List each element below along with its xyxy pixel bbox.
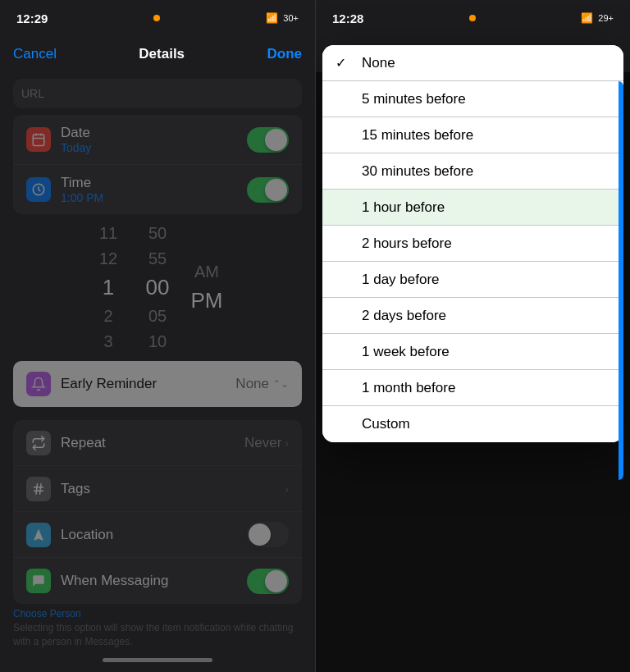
left-date-time-section: Date Today Time 1:00 PM xyxy=(0,115,315,214)
dropdown-label-1hour: 1 hour before xyxy=(362,199,610,216)
dropdown-item-2days[interactable]: ✓ 2 days before xyxy=(322,298,623,334)
left-phone-screen: 12:29 📶 30+ Cancel Details Done URL Date… xyxy=(0,0,315,672)
svg-line-8 xyxy=(40,483,42,495)
left-location-label: Location xyxy=(61,527,247,543)
dropdown-label-1week: 1 week before xyxy=(362,344,610,360)
left-date-icon xyxy=(26,127,51,152)
left-date-content: Date Today xyxy=(61,125,247,154)
dropdown-item-1hour[interactable]: ✓ 1 hour before xyxy=(322,190,623,226)
dropdown-item-15min[interactable]: ✓ 15 minutes before xyxy=(322,117,623,153)
left-tags-label: Tags xyxy=(61,481,285,497)
left-tags-content: Tags xyxy=(61,481,285,497)
min-00: 00 xyxy=(146,272,170,304)
left-messaging-icon xyxy=(26,569,51,593)
left-date-value: Today xyxy=(61,141,247,154)
left-choose-person[interactable]: Choose Person xyxy=(13,608,81,619)
right-phone-screen: 12:28 📶 29+ Cancel URL Date Today xyxy=(315,0,630,672)
wifi-icon: 📶 xyxy=(266,12,278,24)
dropdown-label-1month: 1 month before xyxy=(362,380,610,396)
right-status-dot xyxy=(469,15,476,21)
svg-rect-0 xyxy=(33,135,44,146)
period-am: AM xyxy=(194,259,219,285)
left-time-icon xyxy=(26,177,51,202)
dropdown-item-none[interactable]: ✓ None xyxy=(322,45,623,81)
left-bottom-description: Selecting this option will show the item… xyxy=(13,622,294,647)
right-dropdown-menu: ✓ None ✓ 5 minutes before ✓ 15 minutes b… xyxy=(322,45,623,442)
left-picker-minutes: 50 55 00 05 10 xyxy=(133,221,182,354)
left-reminder-value: None ⌃⌄ xyxy=(235,376,289,392)
hour-3: 3 xyxy=(103,329,112,354)
dropdown-item-30min[interactable]: ✓ 30 minutes before xyxy=(322,153,623,190)
right-battery-icon: 29+ xyxy=(598,13,614,23)
hour-12: 12 xyxy=(99,246,117,272)
dropdown-label-5min: 5 minutes before xyxy=(362,91,610,107)
left-content: URL Date Today Time 1:00 PM xyxy=(0,79,315,651)
left-time-toggle[interactable] xyxy=(247,177,289,203)
hour-1: 1 xyxy=(103,272,114,304)
left-done-button[interactable]: Done xyxy=(267,46,302,62)
left-messaging-label: When Messaging xyxy=(61,573,247,589)
left-picker-period: AM PM xyxy=(182,259,231,317)
left-other-section: Repeat Never › Tags › xyxy=(0,420,315,604)
left-reminder-row[interactable]: Early Reminder None ⌃⌄ xyxy=(13,361,302,407)
left-location-icon xyxy=(26,523,51,547)
left-tags-icon xyxy=(26,477,51,501)
min-10: 10 xyxy=(148,329,167,354)
left-repeat-icon xyxy=(26,431,51,455)
left-reminder-icon xyxy=(26,372,51,396)
dropdown-item-1month[interactable]: ✓ 1 month before xyxy=(322,370,623,406)
left-bottom-text: Choose Person Selecting this option will… xyxy=(0,604,315,651)
left-url-field[interactable]: URL xyxy=(13,79,302,108)
dropdown-label-2days: 2 days before xyxy=(362,308,610,324)
dropdown-item-1day[interactable]: ✓ 1 day before xyxy=(322,262,623,298)
left-time-content: Time 1:00 PM xyxy=(61,175,247,204)
left-status-icons: 📶 30+ xyxy=(266,12,299,24)
dropdown-label-1day: 1 day before xyxy=(362,272,610,288)
left-tags-row[interactable]: Tags › xyxy=(13,466,302,512)
left-time-label: Time xyxy=(61,175,247,191)
right-status-bar: 12:28 📶 29+ xyxy=(316,0,630,36)
left-nav-bar: Cancel Details Done xyxy=(0,36,315,72)
left-cancel-button[interactable]: Cancel xyxy=(13,46,57,62)
left-date-row[interactable]: Date Today xyxy=(13,115,302,165)
left-status-time: 12:29 xyxy=(16,11,48,25)
left-time-row[interactable]: Time 1:00 PM xyxy=(13,165,302,214)
dropdown-item-5min[interactable]: ✓ 5 minutes before xyxy=(322,81,623,117)
left-status-bar: 12:29 📶 30+ xyxy=(0,0,315,36)
left-date-toggle[interactable] xyxy=(247,127,289,153)
left-url-text: URL xyxy=(21,87,44,100)
left-status-dot xyxy=(153,15,160,21)
min-55: 55 xyxy=(148,246,167,272)
left-tags-chevron: › xyxy=(285,482,289,496)
left-reminder-chevron: ⌃⌄ xyxy=(272,378,289,390)
left-messaging-toggle[interactable] xyxy=(247,569,289,594)
hour-11: 11 xyxy=(99,221,117,246)
dropdown-item-custom[interactable]: ✓ Custom xyxy=(322,406,623,442)
left-location-row[interactable]: Location xyxy=(13,512,302,558)
left-time-picker[interactable]: 11 12 1 2 3 50 55 00 05 10 AM PM xyxy=(0,214,315,361)
left-time-value: 1:00 PM xyxy=(61,191,247,204)
dropdown-item-2hours[interactable]: ✓ 2 hours before xyxy=(322,226,623,262)
dropdown-label-15min: 15 minutes before xyxy=(362,127,610,144)
left-location-toggle[interactable] xyxy=(247,522,289,547)
battery-icon: 30+ xyxy=(283,13,299,23)
left-reminder-content: Early Reminder xyxy=(61,376,235,392)
dropdown-label-30min: 30 minutes before xyxy=(362,163,610,180)
left-location-content: Location xyxy=(61,527,247,543)
period-pm: PM xyxy=(191,285,223,317)
right-blue-accent xyxy=(619,81,623,480)
left-home-indicator xyxy=(103,658,212,662)
left-repeat-value: Never › xyxy=(244,435,289,451)
left-reminder-label: Early Reminder xyxy=(61,376,235,392)
left-reminder-none: None xyxy=(235,376,269,392)
dropdown-label-2hours: 2 hours before xyxy=(362,235,610,252)
right-wifi-icon: 📶 xyxy=(581,12,593,24)
check-icon-none: ✓ xyxy=(336,55,352,71)
dropdown-item-1week[interactable]: ✓ 1 week before xyxy=(322,334,623,370)
dropdown-label-custom: Custom xyxy=(362,416,610,432)
left-repeat-content: Repeat xyxy=(61,435,244,451)
left-nav-title: Details xyxy=(139,46,185,62)
left-repeat-label: Repeat xyxy=(61,435,244,451)
left-messaging-row[interactable]: When Messaging xyxy=(13,558,302,604)
left-repeat-row[interactable]: Repeat Never › xyxy=(13,420,302,466)
